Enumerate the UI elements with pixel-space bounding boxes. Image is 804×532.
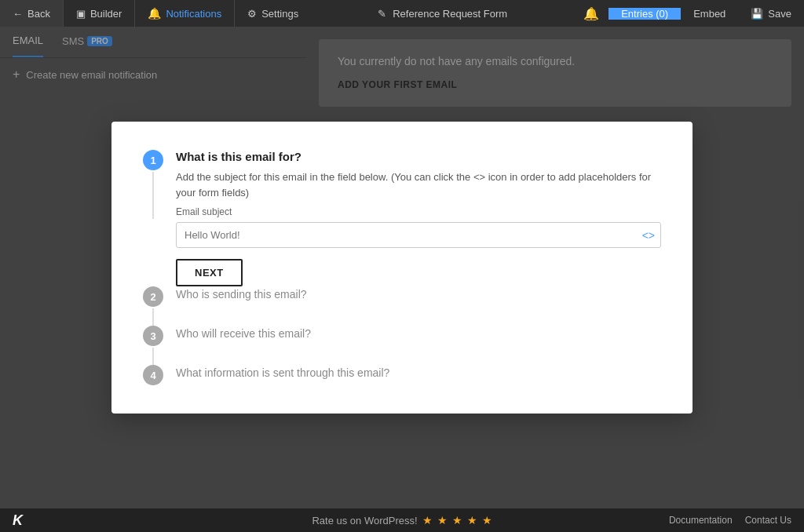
step-1-number: 1 [150,155,155,166]
builder-nav-item[interactable]: ▣ Builder [64,0,134,27]
entries-label: Entries (0) [621,8,668,20]
notifications-nav-item[interactable]: 🔔 Notifications [135,0,234,27]
step-2-indicator: 2 [143,286,163,326]
notifications-label: Notifications [166,8,221,20]
bell-icon: 🔔 [148,7,161,20]
star-1: ★ [422,514,433,527]
step-4-badge: 4 [143,365,163,385]
step-1-connector [152,172,154,219]
step-1-title: What is this email for? [176,150,661,163]
form-title-area: ✎ Reference Request Form [311,8,574,20]
settings-nav-item[interactable]: ⚙ Settings [235,0,311,27]
modal-overlay: 1 What is this email for? Add the subjec… [0,27,804,508]
nav-right-actions: 🔔 Entries (0) Embed 💾 Save [574,6,804,21]
docs-link[interactable]: Documentation [669,515,733,526]
step-3-title: Who will receive this email? [176,327,661,340]
top-navigation: ← Back ▣ Builder 🔔 Notifications ⚙ Setti… [0,0,804,27]
step-4-indicator: 4 [143,365,163,385]
save-button[interactable]: 💾 Save [738,8,804,20]
step-3-row: 3 Who will receive this email? [143,326,661,365]
step-1-field-label: Email subject [176,206,661,217]
builder-icon: ▣ [76,8,86,20]
embed-label: Embed [693,8,725,20]
next-button[interactable]: NEXT [176,259,243,286]
save-label: Save [768,8,791,20]
placeholder-icon-button[interactable]: <> [642,229,655,242]
footer-center: Rate us on WordPress! ★ ★ ★ ★ ★ [312,514,492,527]
footer-logo: K [13,512,23,529]
back-icon: ← [13,8,23,20]
step-4-number: 4 [150,370,155,381]
step-2-badge: 2 [143,286,163,307]
save-icon: 💾 [751,8,763,20]
footer: K Rate us on WordPress! ★ ★ ★ ★ ★ Docume… [0,508,804,532]
step-1-badge: 1 [143,150,163,170]
step-4-title: What information is sent through this em… [176,366,661,379]
step-3-content: Who will receive this email? [176,326,661,340]
content-area: EMAIL SMS PRO + Create new email notific… [0,27,804,508]
star-3: ★ [452,514,462,527]
step-4-content: What information is sent through this em… [176,365,661,379]
step-1-row: 1 What is this email for? Add the subjec… [143,150,661,286]
form-title: Reference Request Form [393,8,507,20]
rate-text: Rate us on WordPress! [312,515,417,527]
step-1-desc: Add the subject for this email in the fi… [176,169,661,200]
modal-dialog: 1 What is this email for? Add the subjec… [111,122,693,414]
entries-button[interactable]: Entries (0) [608,8,681,20]
step-3-number: 3 [150,330,155,342]
step-2-connector [152,308,154,326]
settings-icon: ⚙ [247,8,257,20]
back-button[interactable]: ← Back [0,0,63,27]
step-3-badge: 3 [143,326,163,346]
step-3-indicator: 3 [143,326,163,365]
step-1-content: What is this email for? Add the subject … [176,150,661,286]
step-2-number: 2 [150,291,155,303]
star-2: ★ [437,514,448,527]
edit-icon: ✎ [378,8,386,20]
star-5: ★ [482,514,492,527]
step-2-title: Who is sending this email? [176,288,661,301]
code-icon: <> [642,229,655,242]
builder-label: Builder [90,8,122,20]
back-label: Back [27,8,50,20]
step-4-row: 4 What information is sent through this … [143,365,661,385]
email-subject-input[interactable] [176,222,661,248]
step-2-row: 2 Who is sending this email? [143,286,661,326]
settings-label: Settings [261,8,298,20]
step-1-input-wrap: <> [176,222,661,248]
step-1-indicator: 1 [143,150,163,219]
step-3-connector [152,348,154,365]
footer-right: Documentation Contact Us [669,515,791,526]
embed-button[interactable]: Embed [681,8,738,20]
step-2-content: Who is sending this email? [176,286,661,301]
contact-link[interactable]: Contact Us [745,515,791,526]
star-4: ★ [467,514,477,527]
notification-bell-icon[interactable]: 🔔 [574,6,608,21]
